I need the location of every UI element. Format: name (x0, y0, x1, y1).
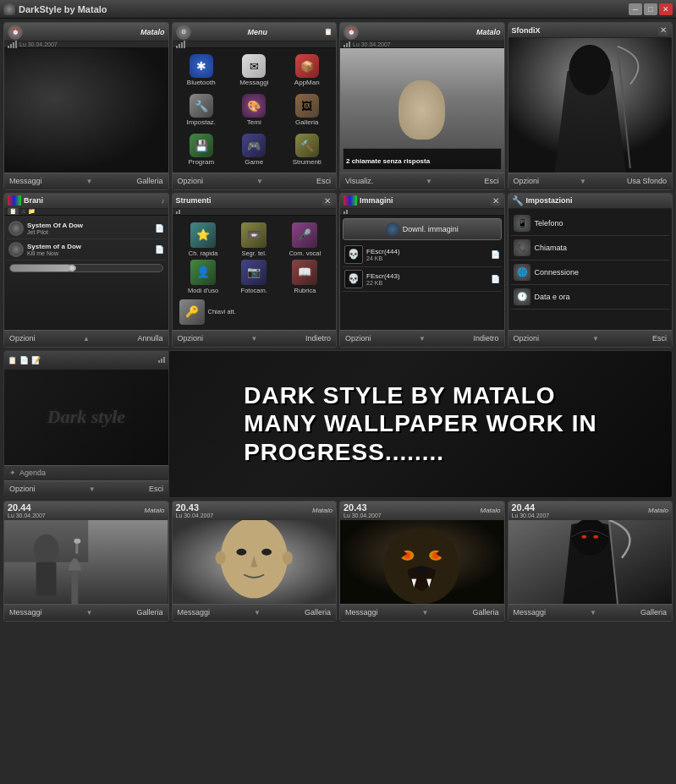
promo-footer-right[interactable]: Esci (149, 485, 163, 493)
brani-footer-right[interactable]: Annulla (137, 334, 162, 343)
img-thumb-1: 💀 (344, 245, 363, 264)
download-images-btn[interactable]: Downl. immagini (343, 218, 502, 240)
img1-size: 24 KB (366, 255, 487, 261)
wp2-footer-right[interactable]: Galleria (305, 608, 331, 617)
wp4-time: 20.44 (512, 502, 550, 513)
s-item-chiavi-row[interactable]: 🔑 Chiavi att. (176, 298, 333, 326)
strumenti-close[interactable]: ✕ (322, 195, 333, 206)
menu-item-temi[interactable]: 🎨 Temi (228, 91, 280, 129)
s-item-com-vocal[interactable]: 🎤 Com. vocal (281, 222, 329, 257)
menu-item-messaggi[interactable]: ✉ Messaggi (228, 52, 280, 90)
impost-title-row: 🔧 Impostazioni (512, 195, 573, 206)
impost-footer-left[interactable]: Opzioni (514, 334, 540, 343)
brani-tab1[interactable]: 📋 (8, 208, 19, 215)
screen1-footer-right[interactable]: Galleria (136, 177, 162, 185)
close-button[interactable]: ✕ (659, 3, 673, 15)
wp4-footer-right[interactable]: Galleria (640, 608, 667, 617)
impost-telefono[interactable]: 📱 Telefono (511, 211, 670, 236)
immagini-footer-left[interactable]: Opzioni (345, 334, 371, 343)
promo-icon-1: 📋 (8, 356, 17, 365)
wp1-footer: Messaggi ▼ Galleria (4, 604, 168, 621)
strumenti-footer-right[interactable]: Indietro (305, 334, 331, 343)
wp-phone-2: 20.43 Lu 30.04.2007 Matalo (172, 501, 338, 622)
impost-data-ora[interactable]: 🕐 Data e ora (511, 285, 670, 310)
menu-item-bluetooth[interactable]: ✱ Bluetooth (176, 52, 228, 90)
screen3-author: Matalo (476, 28, 501, 36)
brani-footer-left[interactable]: Opzioni (9, 334, 36, 343)
missed-calls-text: 2 chiamate senza risposta (346, 157, 430, 165)
impost-connessione[interactable]: 🌐 Connessione (511, 260, 670, 285)
strumenti-title-bar: Strumenti ✕ (173, 194, 337, 209)
s-item-segr-tel[interactable]: 📼 Segr. tel. (230, 222, 278, 257)
minimize-button[interactable]: ─ (629, 3, 642, 15)
impostaz-label: Impostaz. (186, 118, 216, 126)
screen1-sub: Lu 30.04.2007 (4, 41, 168, 48)
menu-item-strumenti[interactable]: 🔨 Strumenti (282, 131, 333, 169)
wp1-time-block: 20.44 Lu 30.04.2007 (8, 502, 46, 518)
menu-item-impostaz[interactable]: 🔧 Impostaz. (176, 91, 228, 129)
s-item-modi-uso[interactable]: 👤 Modi d'uso (179, 260, 228, 294)
track-item-1[interactable]: System Of A Dow Jet Pilot 📄 (7, 218, 166, 239)
fotocam-label: Fotocam. (241, 287, 267, 294)
screen3-footer-left[interactable]: Visualiz. (345, 177, 373, 185)
img-item-1[interactable]: 💀 FEscr(444) 24 KB 📄 (343, 243, 502, 267)
segr-tel-label: Segr. tel. (241, 249, 267, 257)
screen2-footer-left[interactable]: Opzioni (178, 177, 204, 185)
svg-point-12 (236, 549, 246, 556)
menu-item-appman[interactable]: 📦 AppMan (282, 52, 333, 90)
connessione-icon: 🌐 (514, 264, 530, 281)
s-item-rubrica[interactable]: 📖 Rubrica (281, 260, 329, 294)
wp2-footer-left[interactable]: Messaggi (178, 608, 211, 617)
brani-tab3[interactable]: 📁 (28, 208, 36, 215)
strumenti-footer-left[interactable]: Opzioni (178, 334, 204, 343)
promo-footer-left[interactable]: Opzioni (9, 485, 36, 493)
wp3-image (340, 520, 504, 604)
img-item-2[interactable]: 💀 FEscr(443) 22 KB 📄 (343, 267, 502, 292)
sfondix-image (508, 38, 673, 173)
immagini-close[interactable]: ✕ (491, 195, 501, 206)
s-item-ch-rapida[interactable]: ⭐ Ch. rapida (179, 222, 228, 257)
brani-tab2[interactable]: ♫ (21, 208, 25, 215)
wp-phone-3: 20.43 Lu 30.04.2007 Matalo (339, 501, 505, 622)
screen1-footer-left[interactable]: Messaggi (9, 177, 42, 185)
data-ora-icon: 🕐 (514, 288, 530, 305)
strumenti-footer: Opzioni ▼ Indietro (173, 330, 337, 347)
screen2-nav-arrow: ▼ (256, 178, 263, 185)
immagini-footer-right[interactable]: Indietro (473, 334, 498, 343)
maximize-button[interactable]: □ (644, 3, 657, 15)
wp1-footer-left[interactable]: Messaggi (9, 608, 42, 617)
screen2-title: Menu (248, 28, 268, 36)
wp3-footer-right[interactable]: Galleria (472, 608, 498, 617)
screen3-footer: Visualiz. ▼ Esci (340, 173, 504, 189)
impost-footer-right[interactable]: Esci (652, 334, 667, 343)
brani-color-icon (8, 195, 21, 206)
brani-title: Brani (24, 196, 43, 205)
sfondix-footer-right[interactable]: Usa Sfondo (627, 177, 667, 185)
sfondix-close[interactable]: ✕ (658, 25, 668, 36)
liberty-svg (4, 520, 168, 604)
track-item-2[interactable]: System of a Dow Kill me Now 📄 (7, 239, 166, 260)
menu-item-galleria[interactable]: 🖼 Galleria (282, 91, 333, 129)
face-svg (173, 520, 337, 604)
wp4-footer-left[interactable]: Messaggi (514, 608, 547, 617)
strumenti-title: Strumenti (176, 196, 212, 205)
wp3-header: 20.43 Lu 30.04.2007 Matalo (340, 502, 504, 520)
playback-progress[interactable] (9, 264, 163, 272)
com-vocal-icon: 🎤 (292, 222, 317, 248)
screen2-footer-right[interactable]: Esci (316, 177, 331, 185)
screen2-footer: Opzioni ▼ Esci (173, 173, 337, 189)
modi-uso-label: Modi d'uso (188, 287, 218, 294)
chiavi-icon: 🔑 (179, 299, 205, 325)
sfondix-footer-left[interactable]: Opzioni (514, 177, 540, 185)
menu-item-program[interactable]: 💾 Program (176, 131, 228, 169)
wp3-footer-left[interactable]: Messaggi (345, 608, 378, 617)
impost-chiamata[interactable]: 📞 Chiamata (511, 236, 670, 260)
screen3-body: 2 chiamate senza risposta (340, 48, 504, 173)
grim-reaper-image (508, 38, 673, 173)
menu-item-game[interactable]: 🎮 Game (228, 131, 280, 169)
s-item-fotocam[interactable]: 📷 Fotocam. (230, 260, 278, 294)
appman-icon: 📦 (295, 54, 319, 78)
wp1-footer-right[interactable]: Galleria (136, 608, 162, 617)
screen1-nav-arrow: ▼ (86, 178, 93, 185)
screen3-footer-right[interactable]: Esci (484, 177, 498, 185)
